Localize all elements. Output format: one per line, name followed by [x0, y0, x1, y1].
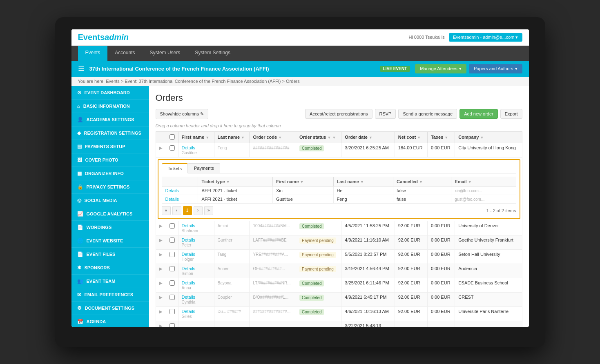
- net-cost-filter-icon[interactable]: ▼: [417, 135, 421, 140]
- papers-authors-btn[interactable]: Papers and Authors ▾: [469, 64, 522, 73]
- order-status-filter-icon[interactable]: ▼: [332, 135, 336, 140]
- expand-arrow-icon[interactable]: ▶: [159, 146, 163, 150]
- team-icon: 👥: [77, 278, 83, 284]
- order-date-filter-icon[interactable]: ▼: [369, 135, 372, 140]
- first-name-filter-icon[interactable]: ▼: [205, 135, 209, 140]
- row-checkbox[interactable]: [170, 237, 175, 243]
- col-order-code: Order code ▼: [250, 131, 296, 143]
- table-row: ▶ DetailsShahram Amini 1004########NM...…: [156, 221, 522, 235]
- nav-tab-system-users[interactable]: System Users: [143, 46, 188, 61]
- status-badge: Completed: [299, 145, 324, 151]
- status-badge: Completed: [299, 295, 324, 301]
- row-checkbox[interactable]: [170, 223, 175, 229]
- taxes-filter-icon[interactable]: ▼: [444, 135, 448, 140]
- status-badge: Completed: [299, 223, 324, 229]
- sidebar-item-sponsors[interactable]: ✱ SPONSORS: [71, 261, 149, 275]
- table-row: ▶ DetailsHolger Tang YRE#########A... Pa…: [156, 249, 522, 264]
- page-title: Orders: [156, 93, 522, 103]
- row-checkbox[interactable]: [170, 295, 175, 300]
- sidebar-item-registration-settings[interactable]: ◆ REGISTRATION SETTINGS: [71, 127, 149, 140]
- order-status-sort-icon[interactable]: ▼: [328, 135, 331, 140]
- sidebar-item-basic-information[interactable]: ⌂ BASIC INFORMATION: [71, 100, 149, 113]
- nav-bar: Events Accounts System Users System Sett…: [71, 46, 529, 61]
- sub-details-link-2[interactable]: Details: [165, 197, 179, 202]
- sidebar-item-social-media[interactable]: ◎ SOCIAL MEDIA: [71, 194, 149, 207]
- nav-tab-system-settings[interactable]: System Settings: [187, 46, 238, 61]
- details-link[interactable]: Details: [182, 145, 196, 150]
- col-first-name: First name ▼: [178, 131, 214, 143]
- nav-tab-accounts[interactable]: Accounts: [107, 46, 142, 61]
- sub-pagination: « ‹ 1 › » 1 - 2 of 2 items: [162, 206, 516, 215]
- rsvp-btn[interactable]: RSVP: [375, 109, 396, 119]
- details-link[interactable]: Details: [182, 309, 196, 314]
- details-link[interactable]: Details: [182, 295, 196, 300]
- sidebar-item-wordings[interactable]: 📄 WORDINGS: [71, 221, 149, 234]
- sidebar-item-cover-photo[interactable]: 🖼 COVER PHOTO: [71, 153, 149, 167]
- sidebar-item-event-website[interactable]: 🌐 EVENT WEBSITE: [71, 234, 149, 248]
- payments-tab[interactable]: Payments: [188, 163, 220, 173]
- app-logo: Eventsadmin: [78, 33, 129, 42]
- manage-attendees-btn[interactable]: Manage Attendees ▾: [415, 64, 466, 73]
- accept-reject-btn[interactable]: Accept/reject preregistrations: [305, 109, 372, 119]
- last-name-filter-icon[interactable]: ▼: [241, 135, 245, 140]
- sponsors-icon: ✱: [77, 265, 81, 271]
- sub-page-last-btn[interactable]: »: [204, 206, 213, 215]
- expand-arrow-icon[interactable]: ▶: [159, 309, 163, 314]
- sub-details-link-1[interactable]: Details: [165, 188, 179, 193]
- expand-arrow-icon[interactable]: ▶: [159, 281, 163, 285]
- row-checkbox[interactable]: [170, 145, 175, 151]
- details-link[interactable]: Details: [182, 237, 196, 242]
- details-link[interactable]: Details: [182, 280, 196, 285]
- sidebar-item-event-files[interactable]: 📄 EVENT FILES: [71, 248, 149, 261]
- row-checkbox[interactable]: [170, 309, 175, 314]
- row-checkbox[interactable]: [170, 323, 175, 327]
- tickets-tab[interactable]: Tickets: [162, 163, 188, 173]
- row-checkbox[interactable]: [170, 252, 175, 257]
- sidebar-item-document-settings[interactable]: ⚙ DOCUMENT SETTINGS: [71, 302, 149, 315]
- document-icon: ⚙: [77, 305, 82, 311]
- sidebar-item-academia-settings[interactable]: 👤 ACADEMIA SETTINGS: [71, 113, 149, 127]
- details-link[interactable]: Details: [182, 252, 196, 257]
- main-layout: ⊙ EVENT DASHBOARD ⌂ BASIC INFORMATION 👤 …: [71, 86, 529, 327]
- sidebar-item-event-dashboard[interactable]: ⊙ EVENT DASHBOARD: [71, 86, 149, 100]
- person-icon: 👤: [77, 117, 83, 122]
- sub-table-row: Details AFFI 2021 - ticket Xin He false …: [162, 186, 516, 195]
- expand-arrow-icon[interactable]: ▶: [159, 295, 163, 300]
- sub-page-prev-btn[interactable]: ‹: [172, 206, 181, 215]
- company-filter-icon[interactable]: ▼: [480, 135, 484, 140]
- toolbar-right: Accept/reject preregistrations RSVP Send…: [305, 109, 522, 119]
- user-dropdown-btn[interactable]: Eventsadmin - admin@e...com ▾: [449, 33, 522, 42]
- sub-page-next-btn[interactable]: ›: [194, 206, 203, 215]
- expand-arrow-icon[interactable]: ▶: [159, 252, 163, 257]
- sidebar-item-organizer-info[interactable]: ▦ ORGANIZER INFO: [71, 167, 149, 180]
- agenda-icon: 📅: [77, 319, 83, 324]
- social-icon: ◎: [77, 198, 81, 203]
- row-checkbox[interactable]: [170, 266, 175, 271]
- sidebar-item-privacy-settings[interactable]: 🔒 PRIVACY SETTINGS: [71, 180, 149, 194]
- expand-arrow-icon[interactable]: ▶: [159, 238, 163, 242]
- order-code-filter-icon[interactable]: ▼: [278, 135, 282, 140]
- sidebar-item-payments-setup[interactable]: ▤ PAYMENTS SETUP: [71, 140, 149, 153]
- send-message-btn[interactable]: Send a generic message: [398, 109, 457, 119]
- hamburger-icon[interactable]: ☰: [78, 64, 85, 73]
- add-new-order-btn[interactable]: Add new order: [459, 109, 498, 119]
- expand-arrow-icon[interactable]: ▶: [159, 266, 163, 271]
- sidebar-item-event-team[interactable]: 👥 EVENT TEAM: [71, 275, 149, 288]
- sidebar-item-email-preferences[interactable]: ✉ EMAIL PREFERENCES: [71, 288, 149, 302]
- show-hide-columns-btn[interactable]: Show/hide columns ✎: [156, 109, 208, 119]
- sub-col-ticket-type: Ticket type ▼: [198, 177, 272, 186]
- sub-page-first-btn[interactable]: «: [162, 206, 171, 215]
- nav-tab-events[interactable]: Events: [78, 46, 108, 61]
- sidebar-item-agenda[interactable]: 📅 AGENDA: [71, 315, 149, 327]
- details-link[interactable]: Details: [182, 266, 196, 271]
- sub-table-row: Details AFFI 2021 - ticket Gustitue Feng…: [162, 195, 516, 203]
- sidebar-item-google-analytics[interactable]: 📈 GOOGLE ANALYTICS: [71, 207, 149, 221]
- expand-arrow-icon[interactable]: ▶: [159, 324, 163, 327]
- top-user-label: Hi 0000 Tseukaliis: [408, 35, 444, 40]
- select-all-checkbox[interactable]: [170, 134, 175, 140]
- sub-page-1-btn[interactable]: 1: [183, 206, 192, 215]
- row-checkbox[interactable]: [170, 280, 175, 286]
- details-link[interactable]: Details: [182, 223, 196, 228]
- expand-arrow-icon[interactable]: ▶: [159, 224, 163, 228]
- export-btn[interactable]: Export: [500, 109, 522, 119]
